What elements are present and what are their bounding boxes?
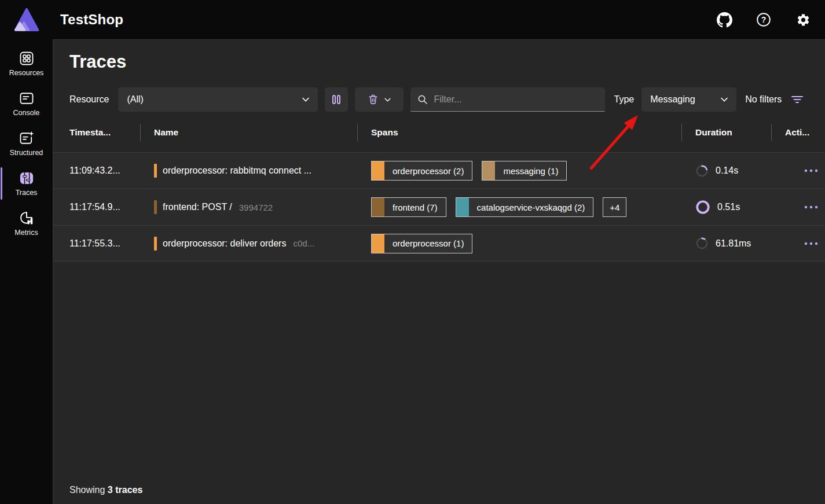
trace-rows: 11:09:43.2... orderprocessor: rabbitmq c… bbox=[53, 152, 825, 262]
aspire-logo bbox=[0, 8, 53, 31]
help-icon[interactable]: ? bbox=[756, 12, 772, 28]
trace-duration: 0.51s bbox=[717, 202, 740, 212]
sidebar-item-label: Resources bbox=[9, 69, 44, 77]
trace-filter-input[interactable] bbox=[434, 94, 598, 105]
span-badge-label: orderprocessor (2) bbox=[384, 166, 472, 176]
console-icon bbox=[19, 90, 35, 106]
span-badge[interactable]: orderprocessor (1) bbox=[371, 234, 472, 253]
search-icon bbox=[417, 94, 428, 105]
trace-name-id: c0d... bbox=[293, 238, 314, 248]
type-select[interactable]: Messaging bbox=[641, 87, 736, 112]
chevron-down-icon bbox=[721, 97, 728, 102]
trace-name: orderprocessor: deliver orders bbox=[163, 238, 286, 249]
chevron-down-icon bbox=[384, 98, 391, 102]
span-badge[interactable]: catalogservice-vxskaqgd (2) bbox=[456, 197, 594, 217]
traces-count: 3 traces bbox=[108, 485, 143, 495]
span-badge-label: frontend (7) bbox=[384, 203, 446, 212]
column-header-spans: Spans bbox=[357, 119, 681, 146]
duration-ring bbox=[695, 164, 709, 178]
trace-spans: frontend (7)catalogservice-vxskaqgd (2)+… bbox=[371, 197, 626, 217]
column-header-name: Name bbox=[140, 119, 357, 146]
sidebar-item-label: Console bbox=[13, 109, 40, 117]
traces-toolbar: Resource (All) bbox=[69, 87, 825, 112]
trace-name: frontend: POST / bbox=[163, 202, 232, 212]
traces-table-header: Timesta... Name Spans Duration Acti... bbox=[53, 119, 825, 146]
traces-icon bbox=[19, 170, 35, 186]
sidebar-item-traces[interactable]: Traces bbox=[0, 165, 53, 202]
trace-spans: orderprocessor (1) bbox=[371, 234, 472, 253]
span-badge[interactable]: orderprocessor (2) bbox=[371, 161, 472, 181]
span-overflow-badge[interactable]: +4 bbox=[603, 197, 626, 217]
remove-traces-button[interactable] bbox=[355, 87, 404, 112]
ellipsis-icon bbox=[804, 241, 819, 246]
span-color-block bbox=[372, 161, 384, 180]
type-label: Type bbox=[614, 94, 634, 105]
nav-sidebar: Resources Console Structured bbox=[0, 39, 53, 504]
ellipsis-icon bbox=[804, 205, 819, 209]
type-select-value: Messaging bbox=[650, 94, 695, 105]
span-color-block bbox=[372, 234, 384, 253]
duration-ring bbox=[695, 237, 709, 250]
span-badge-label: orderprocessor (1) bbox=[384, 238, 472, 248]
trace-timestamp: 11:09:43.2... bbox=[69, 153, 140, 189]
span-badge-label: messaging (1) bbox=[495, 166, 566, 176]
row-actions-button[interactable] bbox=[804, 241, 819, 246]
column-header-timestamp: Timesta... bbox=[69, 119, 140, 146]
app-title: TestShop bbox=[60, 12, 123, 28]
trace-name-id: 3994722 bbox=[239, 203, 273, 212]
duration-ring bbox=[695, 200, 710, 215]
row-actions-button[interactable] bbox=[804, 205, 819, 209]
page-title: Traces bbox=[53, 40, 825, 72]
trace-timestamp: 11:17:55.3... bbox=[69, 226, 140, 261]
column-header-actions: Acti... bbox=[771, 119, 825, 146]
sidebar-item-resources[interactable]: Resources bbox=[0, 45, 53, 82]
trace-spans: orderprocessor (2)messaging (1) bbox=[371, 161, 567, 181]
main-content: Traces Resource (All) bbox=[53, 39, 825, 504]
table-row[interactable]: 11:09:43.2... orderprocessor: rabbitmq c… bbox=[53, 152, 825, 189]
filter-icon bbox=[791, 95, 804, 104]
span-badge[interactable]: messaging (1) bbox=[482, 161, 567, 181]
no-filters-label: No filters bbox=[745, 94, 782, 105]
trace-color-marker bbox=[154, 164, 157, 178]
top-bar: TestShop ? bbox=[0, 0, 825, 39]
settings-icon[interactable] bbox=[795, 12, 811, 28]
trace-duration: 61.81ms bbox=[716, 238, 751, 249]
trace-filter-box bbox=[410, 87, 605, 112]
github-icon[interactable] bbox=[716, 12, 732, 28]
span-color-block bbox=[482, 161, 495, 180]
span-color-block bbox=[456, 198, 469, 216]
row-actions-button[interactable] bbox=[804, 168, 819, 173]
trace-color-marker bbox=[154, 200, 157, 214]
sidebar-item-metrics[interactable]: Metrics bbox=[0, 205, 53, 242]
sidebar-item-label: Metrics bbox=[14, 229, 38, 237]
sidebar-item-label: Traces bbox=[16, 189, 38, 197]
span-badge-label: catalogservice-vxskaqgd (2) bbox=[469, 203, 593, 212]
trace-color-marker bbox=[154, 237, 157, 251]
traces-count-summary: Showing 3 traces bbox=[69, 485, 142, 495]
pause-button[interactable] bbox=[325, 87, 348, 112]
trace-timestamp: 11:17:54.9... bbox=[69, 189, 140, 225]
table-row[interactable]: 11:17:55.3... orderprocessor: deliver or… bbox=[53, 225, 825, 262]
trace-name: orderprocessor: rabbitmq connect ... bbox=[163, 165, 311, 176]
sidebar-item-structured[interactable]: Structured bbox=[0, 125, 53, 162]
resource-select[interactable]: (All) bbox=[118, 87, 318, 112]
span-color-block bbox=[372, 198, 384, 216]
pause-icon bbox=[332, 94, 341, 105]
resource-select-value: (All) bbox=[127, 94, 143, 105]
sidebar-item-console[interactable]: Console bbox=[0, 85, 53, 122]
metrics-icon bbox=[19, 210, 35, 226]
resources-icon bbox=[19, 50, 35, 67]
structured-icon bbox=[19, 130, 35, 146]
trash-icon bbox=[368, 94, 379, 105]
table-row[interactable]: 11:17:54.9... frontend: POST / 3994722 f… bbox=[53, 189, 825, 225]
span-badge[interactable]: frontend (7) bbox=[371, 197, 446, 217]
resource-label: Resource bbox=[69, 94, 109, 105]
chevron-down-icon bbox=[302, 97, 309, 102]
column-header-duration: Duration bbox=[681, 119, 771, 146]
filters-button[interactable] bbox=[791, 95, 804, 104]
ellipsis-icon bbox=[804, 168, 819, 173]
sidebar-item-label: Structured bbox=[10, 149, 43, 157]
trace-duration: 0.14s bbox=[716, 165, 738, 176]
svg-text:?: ? bbox=[761, 15, 767, 24]
